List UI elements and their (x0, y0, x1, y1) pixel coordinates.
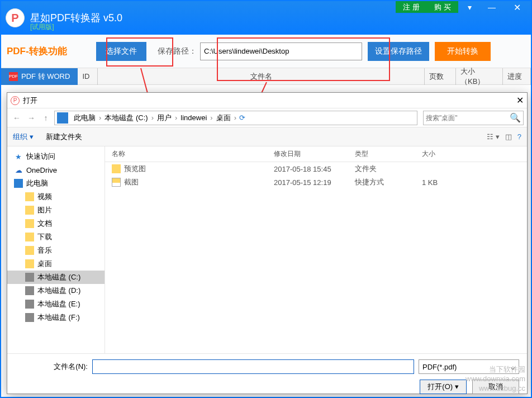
filename-label: 文件名(N): (15, 362, 88, 372)
nav-forward-icon[interactable]: → (25, 112, 37, 124)
search-input[interactable] (426, 114, 510, 122)
star-icon: ★ (14, 152, 23, 161)
pc-icon (57, 112, 68, 124)
pdf-icon: PDF (9, 72, 18, 81)
preview-pane-icon[interactable]: ◫ (505, 132, 512, 141)
col-pages[interactable]: 页数 (425, 68, 456, 85)
sidebar-item-7[interactable]: 音乐 (7, 244, 104, 257)
nav-back-icon[interactable]: ← (11, 112, 23, 124)
tab-label: PDF 转 WORD (21, 72, 70, 82)
start-convert-button[interactable]: 开始转换 (435, 42, 491, 61)
drive-icon (25, 313, 34, 322)
bc-1[interactable]: 本地磁盘 (C:) (101, 113, 151, 123)
top-link-register[interactable]: 注 册 (396, 1, 427, 13)
sidebar-item-6[interactable]: 下载 (7, 230, 104, 244)
file-open-dialog: P 打开 ✕ ← → ↑ 此电脑› 本地磁盘 (C:)› 用户› lindewe… (7, 92, 528, 394)
dialog-bottom: 文件名(N): PDF(*.pdf)⌵ 打开(O) ▾ 取消 (7, 353, 527, 398)
folder-icon (25, 206, 34, 215)
pdf-function-label: PDF-转换功能 (7, 45, 96, 58)
drive-icon (25, 286, 34, 295)
sidebar-item-11[interactable]: 本地磁盘 (E:) (7, 297, 104, 311)
help-icon[interactable]: ? (517, 132, 521, 141)
dialog-nav: ← → ↑ 此电脑› 本地磁盘 (C:)› 用户› lindewei› 桌面› … (7, 108, 527, 127)
highlight-path-area (217, 37, 390, 81)
refresh-icon[interactable]: ⟳ (236, 113, 249, 122)
organize-menu[interactable]: 组织 ▾ (13, 132, 34, 142)
highlight-select-file (106, 37, 173, 67)
titlebar: P 星如PDF转换器 v5.0 [试用版] 注 册 购 买 ▾ — ✕ (1, 1, 531, 35)
folder-icon (25, 233, 34, 241)
col-progress[interactable]: 进度 (503, 68, 531, 85)
file-row[interactable]: 截图2017-05-15 12:19快捷方式1 KB (105, 176, 527, 189)
sidebar-item-12[interactable]: 本地磁盘 (F:) (7, 311, 104, 324)
sidebar-item-1[interactable]: ☁OneDrive (7, 163, 104, 177)
open-button[interactable]: 打开(O) ▾ (420, 380, 467, 394)
search-icon[interactable]: 🔍 (510, 112, 521, 123)
folder-icon (25, 246, 34, 255)
col-filesize[interactable]: 大小 (415, 149, 471, 159)
dropdown-icon[interactable]: ▾ (458, 1, 481, 13)
bc-0[interactable]: 此电脑 (70, 113, 99, 123)
sidebar-item-0[interactable]: ★快速访问 (7, 150, 104, 163)
drive-icon (25, 273, 34, 282)
file-list: 名称 修改日期 类型 大小 预览图2017-05-18 15:45文件夹截图20… (105, 146, 527, 353)
col-date[interactable]: 修改日期 (267, 149, 348, 159)
dialog-toolbar: 组织 ▾ 新建文件夹 ☷ ▾ ◫ ? (7, 127, 527, 146)
dialog-titlebar: P 打开 ✕ (7, 93, 527, 108)
breadcrumb[interactable]: 此电脑› 本地磁盘 (C:)› 用户› lindewei› 桌面› ⟳ (54, 111, 417, 125)
pc-icon (14, 179, 23, 188)
shortcut-icon (112, 178, 121, 187)
dialog-title: 打开 (23, 96, 37, 106)
view-mode-icon[interactable]: ☷ ▾ (487, 132, 500, 141)
col-name[interactable]: 名称 (105, 149, 267, 159)
file-list-header: 名称 修改日期 类型 大小 (105, 146, 527, 162)
sidebar-item-2[interactable]: 此电脑 (7, 177, 104, 190)
app-subtitle: [试用版] (30, 22, 54, 32)
file-row[interactable]: 预览图2017-05-18 15:45文件夹 (105, 162, 527, 176)
app-logo: P (6, 8, 25, 27)
search-box[interactable]: 🔍 (423, 111, 524, 125)
sidebar-item-4[interactable]: 图片 (7, 203, 104, 217)
close-icon[interactable]: ✕ (503, 1, 531, 13)
sidebar-item-8[interactable]: 桌面 (7, 257, 104, 271)
watermark: 当下软件园 www.downxia.com www.ucbug.cc (466, 365, 525, 394)
folder-icon (25, 259, 34, 268)
filename-input[interactable] (92, 359, 414, 374)
bc-4[interactable]: 桌面 (213, 113, 234, 123)
minimize-icon[interactable]: — (481, 1, 503, 13)
dialog-close-icon[interactable]: ✕ (516, 95, 524, 106)
folder-icon (25, 219, 34, 228)
col-type[interactable]: 类型 (348, 149, 415, 159)
top-link-buy[interactable]: 购 买 (427, 1, 458, 13)
sidebar-item-3[interactable]: 视频 (7, 190, 104, 203)
sidebar-item-5[interactable]: 文档 (7, 217, 104, 230)
tab-pdf-to-word[interactable]: PDF PDF 转 WORD (1, 68, 78, 85)
col-size[interactable]: 大小（KB） (456, 68, 503, 85)
folder-icon (112, 164, 121, 173)
dialog-logo-icon: P (11, 96, 20, 105)
drive-icon (25, 300, 34, 309)
bc-3[interactable]: lindewei (177, 113, 210, 122)
new-folder-button[interactable]: 新建文件夹 (46, 132, 82, 142)
col-id[interactable]: ID (78, 68, 98, 85)
sidebar-item-10[interactable]: 本地磁盘 (D:) (7, 284, 104, 297)
nav-up-icon[interactable]: ↑ (40, 112, 52, 124)
cloud-icon: ☁ (14, 165, 23, 174)
folder-icon (25, 192, 34, 201)
dialog-sidebar: ★快速访问☁OneDrive此电脑视频图片文档下载音乐桌面本地磁盘 (C:)本地… (7, 146, 105, 353)
sidebar-item-9[interactable]: 本地磁盘 (C:) (7, 271, 104, 284)
app-window: P 星如PDF转换器 v5.0 [试用版] 注 册 购 买 ▾ — ✕ PDF-… (0, 0, 532, 398)
bc-2[interactable]: 用户 (154, 113, 175, 123)
